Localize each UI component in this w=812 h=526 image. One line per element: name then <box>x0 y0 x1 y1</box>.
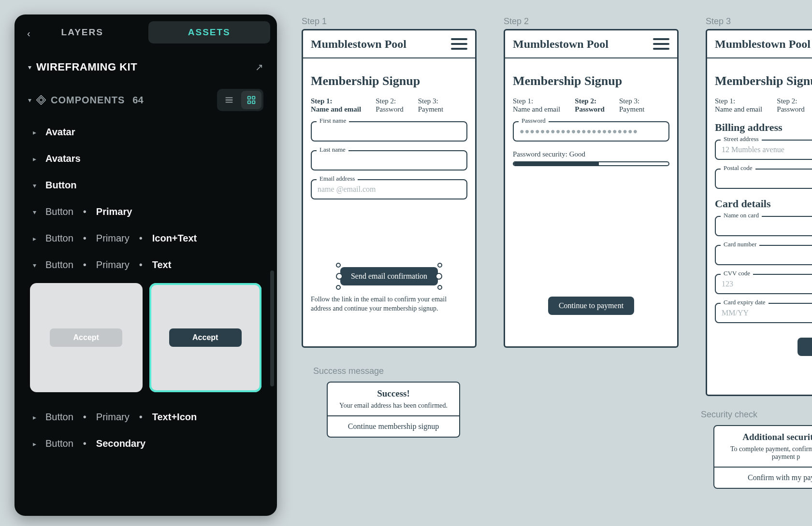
field-label: Email address <box>317 175 358 183</box>
frame-step3[interactable]: Mumblestown Pool Membership Signup Step … <box>706 29 812 396</box>
field-label: CVV code <box>721 270 753 277</box>
step-indicator-1: Step 1:Name and email <box>513 97 560 114</box>
field-label: Last name <box>317 146 348 154</box>
page-title: Membership Signup <box>311 74 467 88</box>
field-label: Name on card <box>721 212 762 219</box>
wizard-steps: Step 1:Name and email Step 2:Password St… <box>311 97 467 114</box>
helper-text: Follow the link in the email to confirm … <box>311 295 467 313</box>
submit-payment-button[interactable]: Submit payme <box>798 338 812 356</box>
wizard-steps: Step 1:Name and email Step 2:Password St… <box>513 97 669 114</box>
security-body: To complete payment, confirm with your p… <box>723 445 812 461</box>
hamburger-icon[interactable] <box>653 38 669 50</box>
security-card[interactable]: Additional security ch To complete payme… <box>713 425 812 489</box>
chevron-left-icon[interactable]: ‹ <box>27 28 30 39</box>
frame-step2[interactable]: Mumblestown Pool Membership Signup Step … <box>504 29 679 348</box>
success-card[interactable]: Success! Your email address has been con… <box>327 382 460 438</box>
frame-label-step3: Step 3 <box>706 16 731 27</box>
street-field: Street address <box>715 140 812 160</box>
step-indicator-3: Step 3:Payment <box>619 97 645 114</box>
password-field: Password <box>513 121 669 142</box>
billing-heading: Billing address <box>715 121 812 134</box>
first-name-field: First name <box>311 121 467 142</box>
success-title: Success! <box>336 388 450 399</box>
brand-title: Mumblestown Pool <box>311 38 406 51</box>
wizard-steps: Step 1:Name and email Step 2:Password <box>715 97 812 114</box>
page-title: Membership Signup <box>513 74 669 88</box>
step-indicator-2: Step 2:Password <box>376 97 404 114</box>
card-number-field: Card number <box>715 245 812 265</box>
field-label: First name <box>317 117 349 125</box>
name-on-card-field: Name on card <box>715 216 812 236</box>
page-title: Membership Signup <box>715 74 812 88</box>
confirm-payment-button[interactable]: Confirm with my payme <box>723 473 812 482</box>
step-indicator-2: Step 2:Password <box>575 97 605 114</box>
frame-step1[interactable]: Mumblestown Pool Membership Signup Step … <box>302 29 477 348</box>
field-label: Card expiry date <box>721 299 768 306</box>
frame-label-step1: Step 1 <box>302 16 327 27</box>
field-label: Card number <box>721 241 759 248</box>
hamburger-icon[interactable] <box>451 38 467 50</box>
step-indicator-1: Step 1:Name and email <box>311 97 361 114</box>
email-field: Email address <box>311 179 467 199</box>
success-body: Your email address has been confirmed. <box>336 402 450 410</box>
step-indicator-1: Step 1:Name and email <box>715 97 762 114</box>
brand-title: Mumblestown Pool <box>715 38 811 51</box>
frame-label-step2: Step 2 <box>504 16 529 27</box>
frame-label-success: Success message <box>313 366 384 376</box>
frame-label-security: Security check <box>701 410 757 420</box>
cvv-field: CVV code <box>715 274 812 294</box>
password-strength-meter <box>513 161 669 166</box>
step-indicator-3: Step 3:Payment <box>418 97 444 114</box>
continue-payment-button[interactable]: Continue to payment <box>548 297 634 315</box>
step-indicator-2: Step 2:Password <box>777 97 805 114</box>
field-label: Password <box>519 117 549 125</box>
last-name-field: Last name <box>311 150 467 171</box>
password-strength-label: Password security: Good <box>513 150 669 158</box>
postal-field: Postal code <box>715 169 812 189</box>
brand-title: Mumblestown Pool <box>513 38 609 51</box>
continue-signup-button[interactable]: Continue membership signup <box>336 422 450 431</box>
field-label: Street address <box>721 135 762 143</box>
security-title: Additional security ch <box>723 432 812 442</box>
card-heading: Card details <box>715 198 812 210</box>
progress-fill <box>514 162 599 165</box>
send-confirmation-button[interactable]: Send email confirmation <box>340 267 438 285</box>
expiry-field: Card expiry date <box>715 303 812 323</box>
selected-component[interactable]: Send email confirmation <box>340 267 438 285</box>
field-label: Postal code <box>721 164 755 172</box>
